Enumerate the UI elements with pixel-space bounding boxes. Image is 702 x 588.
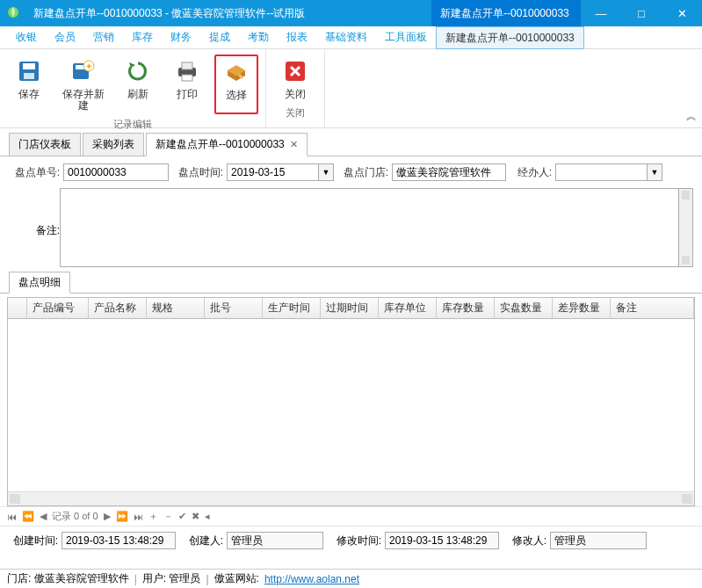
chevron-down-icon[interactable]: ▼	[647, 163, 662, 181]
ribbon-group-close-label: 关闭	[266, 103, 324, 122]
chevron-down-icon[interactable]: ▼	[318, 163, 334, 181]
save-new-button[interactable]: ✦ 保存并新建	[56, 54, 111, 114]
detail-grid: 产品编号 产品名称 规格 批号 生产时间 过期时间 库存单位 库存数量 实盘数量…	[7, 297, 695, 506]
record-navigator: ⏮ ⏪ ◀ 记录 0 of 0 ▶ ⏩ ⏭ ＋ － ✔ ✖ ◂	[0, 506, 702, 526]
print-icon	[173, 57, 201, 85]
doctab-dashboard[interactable]: 门店仪表板	[9, 133, 81, 156]
ribbon-group-close: 关闭 关闭	[266, 49, 325, 127]
audit-row: 创建时间: 创建人: 修改时间: 修改人:	[0, 526, 702, 555]
print-button[interactable]: 打印	[165, 54, 209, 114]
svg-rect-3	[24, 73, 34, 79]
gridcol-realqty[interactable]: 实盘数量	[495, 298, 553, 318]
grid-hscroll[interactable]	[8, 491, 694, 505]
input-no[interactable]	[63, 163, 169, 181]
label-no: 盘点单号:	[9, 165, 60, 180]
title-bar: 新建盘点开单--0010000033 - 傲蓝美容院管理软件--试用版 新建盘点…	[0, 0, 702, 26]
label-cuser: 创建人:	[179, 534, 223, 548]
menu-marketing[interactable]: 营销	[84, 26, 123, 48]
nav-position: 记录 0 of 0	[52, 510, 98, 523]
ribbon-group-edit-label: 记录编辑	[0, 114, 265, 134]
svg-rect-9	[182, 62, 192, 69]
field-mtime	[385, 532, 499, 549]
nav-next-icon[interactable]: ▶	[104, 511, 111, 522]
close-window-button[interactable]: ✕	[662, 0, 702, 26]
label-muser: 修改人:	[503, 534, 546, 548]
menu-finance[interactable]: 财务	[162, 26, 200, 48]
menu-inventory[interactable]: 库存	[123, 26, 162, 48]
gridcol-remark[interactable]: 备注	[611, 298, 694, 318]
nav-add-icon[interactable]: ＋	[148, 510, 158, 523]
document-tabs: 门店仪表板 采购列表 新建盘点开单--0010000033✕	[0, 134, 702, 156]
grid-header: 产品编号 产品名称 规格 批号 生产时间 过期时间 库存单位 库存数量 实盘数量…	[8, 298, 694, 319]
nav-first-icon[interactable]: ⏮	[7, 512, 17, 522]
save-new-icon: ✦	[69, 57, 98, 85]
gridcol-batch[interactable]: 批号	[205, 298, 263, 318]
label-store: 盘点门店:	[337, 165, 388, 180]
window-title: 新建盘点开单--0010000033 - 傲蓝美容院管理软件--试用版	[26, 6, 312, 21]
doctab-purchase-list[interactable]: 采购列表	[83, 133, 144, 156]
save-button[interactable]: 保存	[7, 54, 51, 114]
doctab-current[interactable]: 新建盘点开单--0010000033✕	[146, 133, 308, 156]
nav-ok-icon[interactable]: ✔	[178, 511, 186, 522]
menu-current-doc[interactable]: 新建盘点开单--0010000033	[436, 26, 584, 49]
nav-prevpage-icon[interactable]: ⏪	[22, 511, 34, 522]
input-time[interactable]: ▼	[227, 163, 334, 181]
close-button[interactable]: 关闭	[273, 54, 317, 103]
select-icon	[222, 58, 250, 86]
select-button[interactable]: 选择	[214, 54, 258, 114]
gridcol-exp[interactable]: 过期时间	[321, 298, 379, 318]
status-site-label: 傲蓝网站:	[214, 571, 259, 586]
label-time: 盘点时间:	[172, 165, 223, 180]
gridcol-mfg[interactable]: 生产时间	[263, 298, 321, 318]
svg-rect-10	[182, 75, 192, 81]
status-bar: 门店: 傲蓝美容院管理软件 | 用户: 管理员 | 傲蓝网站: http://w…	[0, 569, 702, 588]
active-file-tab[interactable]: 新建盘点开单--0010000033	[431, 0, 581, 26]
remark-scrollbar[interactable]	[679, 188, 693, 267]
menu-tools[interactable]: 工具面板	[376, 26, 436, 48]
menu-basedata[interactable]: 基础资料	[316, 26, 376, 48]
ribbon: 保存 ✦ 保存并新建 刷新 打印 选择 记录编辑 关	[0, 49, 702, 128]
nav-prev-icon[interactable]: ◀	[40, 511, 47, 522]
ribbon-collapse-button[interactable]: ︽	[686, 109, 697, 124]
detail-tabs: 盘点明细	[0, 272, 702, 294]
nav-more-icon[interactable]: ◂	[205, 511, 210, 522]
gridcol-stockqty[interactable]: 库存数量	[437, 298, 495, 318]
form-row-remark: 备注:	[0, 188, 702, 272]
svg-rect-2	[23, 63, 35, 69]
minimize-button[interactable]: —	[581, 0, 621, 26]
field-muser	[550, 532, 647, 549]
grid-body[interactable]	[8, 319, 694, 491]
save-icon	[15, 57, 43, 85]
gridcol-diff[interactable]: 差异数量	[553, 298, 611, 318]
close-icon	[281, 57, 309, 85]
field-ctime	[62, 532, 176, 549]
input-store[interactable]	[392, 163, 506, 181]
detail-tab-items[interactable]: 盘点明细	[9, 272, 70, 294]
menu-commission[interactable]: 提成	[200, 26, 239, 48]
nav-last-icon[interactable]: ⏭	[134, 512, 143, 522]
refresh-button[interactable]: 刷新	[116, 54, 160, 114]
menu-member[interactable]: 会员	[46, 26, 84, 48]
input-clerk[interactable]: ▼	[555, 163, 662, 181]
gridcol-code[interactable]: 产品编号	[27, 298, 89, 318]
gridcol-unit[interactable]: 库存单位	[379, 298, 437, 318]
doctab-close-icon[interactable]: ✕	[290, 139, 298, 150]
label-clerk: 经办人:	[510, 165, 552, 180]
gridcol-spec[interactable]: 规格	[147, 298, 205, 318]
label-mtime: 修改时间:	[327, 534, 381, 548]
menu-cashier[interactable]: 收银	[7, 26, 46, 48]
input-remark[interactable]	[60, 188, 679, 267]
refresh-icon	[124, 57, 152, 85]
svg-text:✦: ✦	[85, 62, 92, 71]
maximize-button[interactable]: □	[621, 0, 662, 26]
nav-cancel-icon[interactable]: ✖	[192, 511, 199, 522]
status-site-link[interactable]: http://www.aolan.net	[264, 573, 359, 585]
nav-nextpage-icon[interactable]: ⏩	[116, 511, 128, 522]
gridcol-name[interactable]: 产品名称	[89, 298, 147, 318]
status-user: 用户: 管理员	[142, 571, 201, 586]
menu-attendance[interactable]: 考勤	[239, 26, 278, 48]
nav-remove-icon[interactable]: －	[163, 510, 173, 523]
label-ctime: 创建时间:	[7, 534, 58, 548]
menu-report[interactable]: 报表	[278, 26, 316, 48]
gridcol-selector[interactable]	[8, 298, 27, 318]
